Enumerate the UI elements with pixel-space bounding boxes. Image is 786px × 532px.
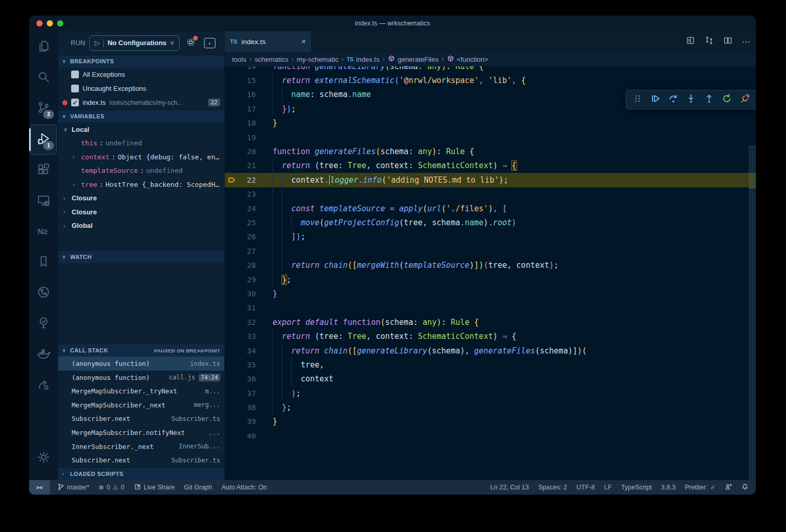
gutter-line-40[interactable]: 40 <box>225 432 256 440</box>
debug-console-button[interactable]: › <box>204 38 215 48</box>
code-line-25[interactable]: 25move(getProjectConfig(tree, schema.nam… <box>225 215 756 229</box>
gutter-line-15[interactable]: 15 <box>225 76 256 85</box>
scrollbar[interactable] <box>749 66 756 480</box>
start-debug-icon[interactable]: ▷ <box>94 39 100 46</box>
variable-row[interactable]: ›Closure <box>58 192 224 206</box>
activitybar-run-debug[interactable]: 1 <box>31 125 57 155</box>
stack-frame[interactable]: Subscriber.nextSubscriber.ts <box>58 412 224 426</box>
breadcrumb-item[interactable]: tools <box>232 56 246 63</box>
gutter-line-20[interactable]: 20 <box>225 147 256 156</box>
code-line-20[interactable]: 20function generateFiles(schema: any): R… <box>225 144 756 158</box>
breakpoints-section-header[interactable]: ∨BREAKPOINTS <box>58 54 224 67</box>
code-line-32[interactable]: 32export default function(schema: any): … <box>225 315 756 329</box>
gutter-line-33[interactable]: 33 <box>225 332 256 340</box>
drag-handle[interactable] <box>631 93 644 106</box>
variable-row[interactable]: ∨Local <box>58 122 224 137</box>
stack-frame[interactable]: InnerSubscriber._nextInnerSub... <box>58 440 224 454</box>
activitybar-bookmarks[interactable] <box>31 248 56 277</box>
code-line-34[interactable]: 34return chain([generateLibrary(schema),… <box>225 344 756 358</box>
gutter-line-35[interactable]: 35 <box>225 361 256 369</box>
code-line-37[interactable]: 37); <box>225 386 756 400</box>
code-line-18[interactable]: 18} <box>225 116 756 130</box>
close-tab-icon[interactable]: × <box>302 37 306 46</box>
more-actions-icon[interactable]: ⋯ <box>742 37 751 47</box>
split-editor-button[interactable] <box>723 36 733 47</box>
breadcrumb-item[interactable]: TSindex.ts <box>347 56 380 63</box>
breadcrumb-item[interactable]: <function> <box>447 55 489 64</box>
scrollbar-thumb[interactable] <box>749 145 756 480</box>
gutter-line-27[interactable]: 27 <box>225 247 256 255</box>
breadcrumb-item[interactable]: generateFiles <box>388 55 439 64</box>
gutter-line-26[interactable]: 26 <box>225 233 256 241</box>
variables-section-header[interactable]: ∨VARIABLES <box>58 110 224 122</box>
variable-row[interactable]: templateSource: undefined <box>58 164 224 178</box>
statusbar-eol[interactable]: LF <box>604 484 612 491</box>
breakpoint-row[interactable]: Uncaught Exceptions <box>58 81 224 96</box>
gutter-line-30[interactable]: 30 <box>225 290 256 298</box>
watch-section-header[interactable]: ∨ WATCH <box>58 250 224 263</box>
activitybar-todo-tree[interactable] <box>31 309 56 338</box>
gutter-line-19[interactable]: 19 <box>225 133 256 142</box>
code-editor[interactable]: 14function generateLibrary(schema: any):… <box>225 66 756 480</box>
code-line-39[interactable]: 39} <box>225 415 756 429</box>
gutter-line-31[interactable]: 31 <box>225 304 256 312</box>
gutter-line-32[interactable]: 32 <box>225 318 256 326</box>
activitybar-source-control[interactable]: 3 <box>31 94 56 123</box>
code-line-21[interactable]: 21return (tree: Tree, context: Schematic… <box>225 159 756 173</box>
gutter-line-29[interactable]: 29 <box>225 276 256 284</box>
call-stack-section-header[interactable]: ∨CALL STACKPAUSED ON BREAKPOINT <box>58 344 224 357</box>
statusbar-cursor-position[interactable]: Ln 22, Col 13 <box>490 484 528 491</box>
breakpoint-checkbox[interactable] <box>71 85 79 92</box>
code-line-40[interactable]: 40 <box>225 429 756 443</box>
gutter-line-37[interactable]: 37 <box>225 389 256 398</box>
variable-row[interactable]: ›Closure <box>58 205 224 219</box>
gutter-line-38[interactable]: 38 <box>225 403 256 412</box>
stack-frame[interactable]: (anonymous function)index.ts <box>58 357 224 371</box>
stack-frame[interactable]: Subscriber.nextSubscriber.ts <box>58 453 224 467</box>
stack-frame[interactable]: MergeMapSubscriber._tryNextm... <box>58 384 224 398</box>
gutter-line-17[interactable]: 17 <box>225 105 256 113</box>
disconnect-button[interactable] <box>738 93 752 106</box>
breakpoint-row[interactable]: ✓index.tstools/schematics/my-sch...22 <box>58 96 224 110</box>
statusbar-prettier[interactable]: Prettier:✓ <box>685 484 715 491</box>
configure-button[interactable] <box>186 37 196 49</box>
code-line-23[interactable]: 23 <box>225 187 756 201</box>
gutter-line-28[interactable]: 28 <box>225 261 256 269</box>
breakpoint-checkbox[interactable] <box>71 71 79 78</box>
step-over-button[interactable] <box>667 93 680 106</box>
statusbar-ts-version[interactable]: 3.8.3 <box>661 484 675 491</box>
code-line-35[interactable]: 35tree, <box>225 358 756 372</box>
tab-index-ts[interactable]: TS index.ts × <box>225 31 311 52</box>
code-line-29[interactable]: 29}; <box>225 272 756 287</box>
breakpoint-checkbox[interactable]: ✓ <box>71 99 79 106</box>
remote-indicator[interactable]: >< <box>29 480 50 495</box>
variable-row[interactable]: ›tree: HostTree {_backend: ScopedH… <box>58 178 224 192</box>
statusbar-notifications[interactable] <box>741 483 749 492</box>
code-line-27[interactable]: 27 <box>225 244 756 258</box>
gutter-line-21[interactable]: 21 <box>225 161 256 170</box>
statusbar-problems[interactable]: ⊗0⚠0 <box>99 484 125 491</box>
step-into-button[interactable] <box>684 93 698 106</box>
gutter-line-22[interactable]: 22 <box>225 176 256 184</box>
activitybar-extensions[interactable] <box>31 156 56 185</box>
open-changes-button[interactable] <box>686 36 695 47</box>
gutter-line-34[interactable]: 34 <box>225 347 256 355</box>
activitybar-remote-explorer[interactable] <box>31 187 56 216</box>
restart-button[interactable] <box>720 93 734 106</box>
code-line-33[interactable]: 33return (tree: Tree, context: Schematic… <box>225 329 756 343</box>
statusbar-language-mode[interactable]: TypeScript <box>621 484 652 491</box>
code-line-22[interactable]: 22context.logger.info('adding NOTES.md t… <box>225 173 756 187</box>
code-line-24[interactable]: 24const templateSource = apply(url('./fi… <box>225 201 756 215</box>
statusbar-git-graph[interactable]: Git Graph <box>184 484 212 491</box>
activitybar-live-share[interactable] <box>31 371 56 400</box>
stack-frame[interactable]: MergeMapSubscriber.notifyNext... <box>58 426 224 440</box>
code-line-30[interactable]: 30} <box>225 287 756 301</box>
breadcrumb-item[interactable]: my-schematic <box>297 56 338 63</box>
stack-frame[interactable]: (anonymous function)call.js74:24 <box>58 371 224 385</box>
statusbar-live-share[interactable]: Live Share <box>134 483 175 492</box>
code-line-14[interactable]: 14function generateLibrary(schema: any):… <box>225 66 756 73</box>
code-line-31[interactable]: 31 <box>225 301 756 315</box>
variable-row[interactable]: ›Global <box>58 219 224 233</box>
statusbar-git-branch[interactable]: master* <box>57 483 89 492</box>
gutter-line-36[interactable]: 36 <box>225 375 256 383</box>
